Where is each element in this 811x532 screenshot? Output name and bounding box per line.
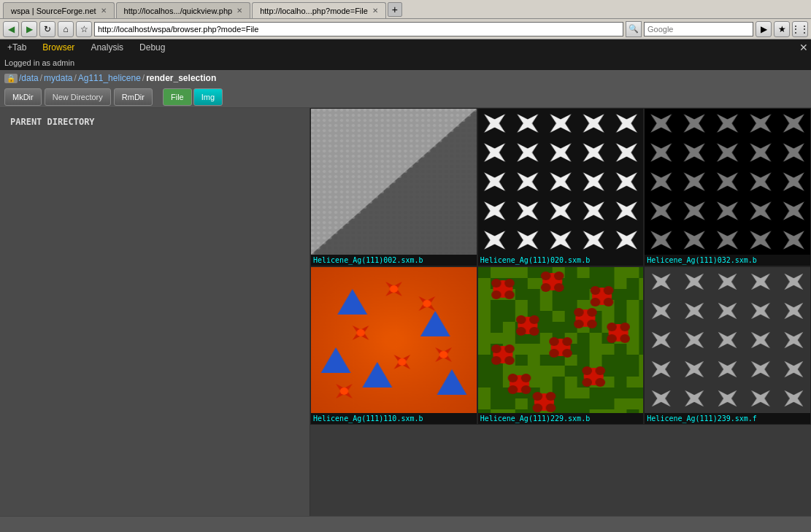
menu-debug[interactable]: Debug <box>135 41 169 54</box>
image-cell-3[interactable]: Helicene_Ag(111)110.sxm.b <box>310 266 477 425</box>
menu-browser[interactable]: Browser <box>38 41 79 54</box>
nav-home-button[interactable]: ⌂ <box>58 21 74 37</box>
image-cell-2[interactable]: Helicene_Ag(111)032.sxm.b <box>644 108 811 266</box>
image-label-0: Helicene_Ag(111)002.sxm.b <box>311 255 477 266</box>
logged-in-text: Logged in as admin <box>4 58 74 67</box>
app-close-button[interactable]: ✕ <box>799 42 808 53</box>
image-cell-5[interactable]: Helicene_Ag(111)239.sxm.f <box>644 266 811 425</box>
rmdir-button[interactable]: RmDir <box>114 88 153 106</box>
image-cell-0[interactable]: Helicene_Ag(111)002.sxm.b <box>310 108 477 266</box>
nav-refresh-button[interactable]: ↻ <box>39 21 55 37</box>
tab-quickview[interactable]: http://localhos.../quickview.php ✕ <box>116 2 251 18</box>
image-label-1: Helicene_Ag(111)020.sxm.b <box>478 255 644 266</box>
breadcrumb-bar: 🔒 /data / mydata / Ag111_helicene / rend… <box>0 70 811 86</box>
image-label-4: Helicene_Ag(111)229.sxm.b <box>478 413 644 424</box>
left-panel: PARENT DIRECTORY <box>0 108 310 516</box>
tab-wspa[interactable]: wspa | SourceForge.net ✕ <box>3 2 115 18</box>
bookmark-star-button[interactable]: ★ <box>774 21 790 37</box>
image-canvas-5 <box>645 267 810 413</box>
status-bar: Logged in as admin <box>0 55 811 70</box>
address-bar: ◀ ▶ ↻ ⌂ ☆ 🔍 ▶ ★ ⋮⋮ <box>0 19 811 39</box>
bottom-bar <box>0 516 811 532</box>
app-menu: +Tab Browser Analysis Debug ✕ <box>0 39 811 55</box>
image-canvas-1 <box>478 109 644 255</box>
newdir-button[interactable]: New Directory <box>45 88 111 106</box>
image-canvas-2 <box>645 109 810 255</box>
view-tabs: File Img <box>163 88 223 106</box>
search-input[interactable] <box>644 22 753 36</box>
breadcrumb-mydata[interactable]: mydata <box>44 73 72 83</box>
breadcrumb-ag111[interactable]: Ag111_helicene <box>78 73 141 83</box>
tab-file-label: http://localho...php?mode=File <box>260 7 368 15</box>
mkdir-button[interactable]: MkDir <box>4 88 42 106</box>
menu-analysis[interactable]: Analysis <box>86 41 128 54</box>
right-panel: Helicene_Ag(111)002.sxm.b Helicene_Ag(11… <box>310 108 811 516</box>
image-canvas-4 <box>478 267 644 413</box>
image-grid: Helicene_Ag(111)002.sxm.b Helicene_Ag(11… <box>310 108 811 425</box>
nav-bookmark-button[interactable]: ☆ <box>76 21 92 37</box>
image-canvas-3 <box>311 267 477 413</box>
tab-quickview-label: http://localhos.../quickview.php <box>124 7 233 15</box>
tab-quickview-close[interactable]: ✕ <box>237 7 242 15</box>
img-tab[interactable]: Img <box>193 88 223 106</box>
image-label-2: Helicene_Ag(111)032.sxm.b <box>645 255 810 266</box>
lock-icon: 🔒 <box>4 74 18 83</box>
image-label-5: Helicene_Ag(111)239.sxm.f <box>645 413 810 424</box>
nav-back-button[interactable]: ◀ <box>3 21 19 37</box>
file-tab[interactable]: File <box>163 88 192 106</box>
image-cell-4[interactable]: Helicene_Ag(111)229.sxm.b <box>477 266 645 425</box>
tab-wspa-label: wspa | SourceForge.net <box>11 7 96 15</box>
main-content: PARENT DIRECTORY Helicene_Ag(111)002.sxm… <box>0 108 811 516</box>
breadcrumb-data[interactable]: /data <box>19 73 39 83</box>
extensions-button[interactable]: ⋮⋮ <box>792 21 808 37</box>
tab-file[interactable]: http://localho...php?mode=File ✕ <box>252 2 386 18</box>
tab-wspa-close[interactable]: ✕ <box>101 7 107 15</box>
image-label-3: Helicene_Ag(111)110.sxm.b <box>311 413 477 424</box>
nav-forward-button[interactable]: ▶ <box>21 21 37 37</box>
search-go-button[interactable]: ▶ <box>756 21 772 37</box>
tab-file-close[interactable]: ✕ <box>372 7 378 15</box>
address-input[interactable] <box>94 22 623 36</box>
parent-directory-link[interactable]: PARENT DIRECTORY <box>6 114 304 130</box>
image-canvas-0 <box>311 109 477 255</box>
toolbar: MkDir New Directory RmDir File Img <box>0 86 811 108</box>
breadcrumb-current: render_selection <box>146 73 216 83</box>
tab-add-button[interactable]: + <box>388 2 402 17</box>
search-icon[interactable]: 🔍 <box>626 21 642 37</box>
tab-bar: wspa | SourceForge.net ✕ http://localhos… <box>0 0 811 19</box>
image-cell-1[interactable]: Helicene_Ag(111)020.sxm.b <box>477 108 645 266</box>
menu-tab[interactable]: +Tab <box>3 41 31 54</box>
